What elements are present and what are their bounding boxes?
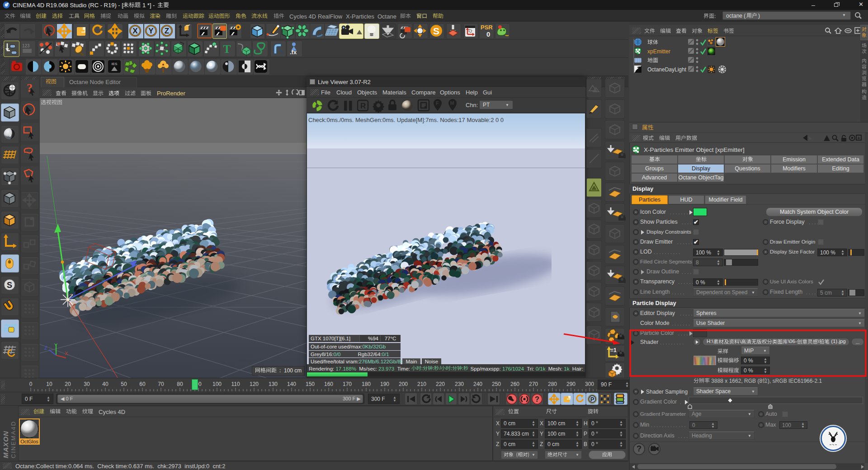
svg-text:70: 70 — [158, 381, 164, 387]
svg-text:140: 140 — [287, 381, 296, 387]
svg-text:S: S — [433, 26, 439, 36]
svg-text:230: 230 — [455, 381, 464, 387]
svg-text:100: 100 — [212, 381, 222, 387]
svg-text:Z: Z — [165, 27, 169, 35]
svg-text:R: R — [360, 102, 366, 110]
svg-text:260: 260 — [510, 381, 519, 387]
svg-text:0: 0 — [29, 381, 33, 387]
svg-text:290: 290 — [566, 381, 576, 387]
svg-text:20: 20 — [65, 381, 71, 387]
svg-text:210: 210 — [417, 381, 426, 387]
svg-text:170: 170 — [343, 381, 352, 387]
svg-text:80: 80 — [177, 381, 183, 387]
svg-text:120: 120 — [250, 381, 259, 387]
svg-text:Y: Y — [54, 343, 58, 348]
svg-text:130: 130 — [269, 381, 278, 387]
svg-text:270: 270 — [529, 381, 538, 387]
svg-text:?: ? — [535, 395, 539, 403]
svg-text:P: P — [590, 396, 594, 403]
svg-text:T: T — [223, 42, 231, 56]
svg-text:50: 50 — [121, 381, 127, 387]
svg-text:190: 190 — [380, 381, 389, 387]
svg-text:X: X — [132, 27, 138, 35]
svg-text:=1: =1 — [610, 347, 617, 353]
svg-text:220: 220 — [436, 381, 445, 387]
svg-text:200: 200 — [399, 381, 408, 387]
svg-text:Z: Z — [44, 345, 47, 351]
svg-text:40: 40 — [102, 381, 108, 387]
svg-text:250: 250 — [492, 381, 501, 387]
svg-text:60: 60 — [139, 381, 146, 387]
svg-text:123: 123 — [22, 43, 30, 48]
svg-text:240: 240 — [473, 381, 482, 387]
svg-text:300: 300 — [585, 381, 594, 387]
svg-text:.fx: .fx — [290, 49, 297, 56]
svg-text:F: F — [436, 100, 439, 106]
svg-text:160: 160 — [324, 381, 333, 387]
svg-text:150: 150 — [306, 381, 315, 387]
svg-text:Y: Y — [148, 27, 154, 35]
svg-text:M: M — [450, 100, 454, 106]
svg-text:180: 180 — [362, 381, 371, 387]
svg-text:10: 10 — [46, 381, 52, 387]
svg-text:110: 110 — [231, 381, 240, 387]
svg-text:IES: IES — [112, 62, 118, 66]
svg-text:30: 30 — [84, 381, 90, 387]
svg-text:X: X — [65, 351, 68, 356]
svg-text:S: S — [7, 281, 12, 290]
svg-text:280: 280 — [548, 381, 557, 387]
